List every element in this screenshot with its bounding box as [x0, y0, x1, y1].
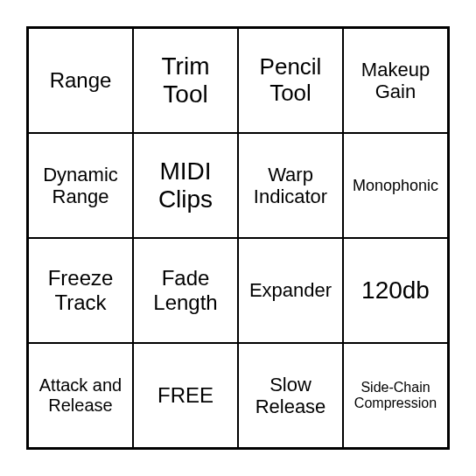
bingo-cell[interactable]: Fade Length — [133, 238, 238, 343]
bingo-cell-free[interactable]: FREE — [133, 343, 238, 448]
bingo-cell[interactable]: Expander — [238, 238, 343, 343]
bingo-cell[interactable]: Slow Release — [238, 343, 343, 448]
bingo-cell[interactable]: Pencil Tool — [238, 28, 343, 133]
bingo-cell[interactable]: Monophonic — [343, 133, 448, 238]
bingo-cell[interactable]: Side-Chain Compression — [343, 343, 448, 448]
bingo-cell[interactable]: Range — [28, 28, 133, 133]
bingo-cell[interactable]: 120db — [343, 238, 448, 343]
bingo-cell[interactable]: Freeze Track — [28, 238, 133, 343]
bingo-cell[interactable]: MIDI Clips — [133, 133, 238, 238]
bingo-cell[interactable]: Attack and Release — [28, 343, 133, 448]
bingo-cell[interactable]: Dynamic Range — [28, 133, 133, 238]
bingo-cell[interactable]: Warp Indicator — [238, 133, 343, 238]
bingo-cell[interactable]: Makeup Gain — [343, 28, 448, 133]
bingo-grid: Range Trim Tool Pencil Tool Makeup Gain … — [26, 26, 450, 450]
bingo-cell[interactable]: Trim Tool — [133, 28, 238, 133]
